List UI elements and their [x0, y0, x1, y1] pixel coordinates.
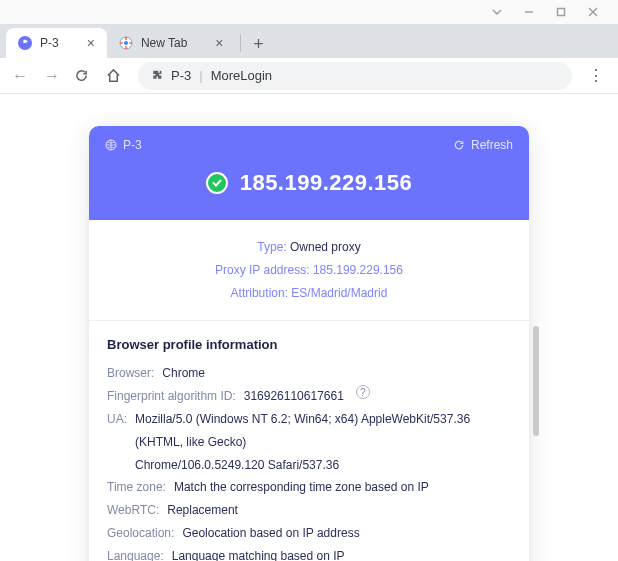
browser-value: Chrome [162, 362, 205, 385]
ua-value-2: Chrome/106.0.5249.120 Safari/537.36 [135, 454, 339, 477]
toolbar: ← → P-3 | MoreLogin ⋮ [0, 58, 618, 94]
profile-heading: Browser profile information [107, 337, 511, 352]
attribution-value: ES/Madrid/Madrid [291, 286, 387, 300]
window-caret-icon[interactable] [490, 5, 504, 19]
tab-favicon-icon [18, 36, 32, 50]
profile-info: Browser profile information Browser:Chro… [89, 320, 529, 561]
omnibox[interactable]: P-3 | MoreLogin [138, 62, 572, 90]
omnibox-page-label: MoreLogin [211, 68, 272, 83]
window-maximize-icon[interactable] [554, 5, 568, 19]
refresh-label: Refresh [471, 138, 513, 152]
type-label: Type: [257, 240, 286, 254]
geo-label: Geolocation: [107, 522, 174, 545]
tz-value: Match the corresponding time zone based … [174, 476, 429, 499]
tabstrip: P-3 × New Tab × + [0, 24, 618, 58]
reload-button[interactable] [74, 68, 94, 83]
page-content: P-3 Refresh 185.199.229.156 [0, 94, 618, 561]
fpid-value: 316926110617661 [244, 385, 344, 408]
window-close-icon[interactable] [586, 5, 600, 19]
proxy-ip-label: Proxy IP address: [215, 263, 310, 277]
lang-label: Language: [107, 545, 164, 561]
geo-value: Geolocation based on IP address [182, 522, 359, 545]
webrtc-label: WebRTC: [107, 499, 159, 522]
ip-address: 185.199.229.156 [240, 170, 413, 196]
refresh-button[interactable]: Refresh [453, 138, 513, 152]
fpid-label: Fingerprint algorithm ID: [107, 385, 236, 408]
new-tab-button[interactable]: + [245, 30, 273, 58]
home-button[interactable] [106, 68, 126, 83]
browser-menu-button[interactable]: ⋮ [584, 66, 608, 85]
omnibox-separator: | [199, 68, 202, 83]
extension-icon [150, 69, 163, 82]
proxy-card: P-3 Refresh 185.199.229.156 [89, 126, 529, 561]
tab-new[interactable]: New Tab × [107, 28, 236, 58]
type-value: Owned proxy [290, 240, 361, 254]
window-controls [0, 0, 618, 24]
tab-close-icon[interactable]: × [87, 35, 95, 51]
browser-label: Browser: [107, 362, 154, 385]
scrollbar-thumb[interactable] [533, 326, 539, 436]
profile-tag: P-3 [123, 138, 142, 152]
ua-value-1: Mozilla/5.0 (Windows NT 6.2; Win64; x64)… [135, 408, 511, 454]
window-minimize-icon[interactable] [522, 5, 536, 19]
ua-label: UA: [107, 408, 127, 454]
tab-title: New Tab [141, 36, 187, 50]
tab-title: P-3 [40, 36, 59, 50]
check-icon [206, 172, 228, 194]
proxy-ip-value: 185.199.229.156 [313, 263, 403, 277]
svg-rect-1 [558, 9, 565, 16]
omnibox-extension-label: P-3 [171, 68, 191, 83]
tab-p3[interactable]: P-3 × [6, 28, 107, 58]
tab-favicon-icon [119, 36, 133, 50]
help-icon[interactable]: ? [356, 385, 370, 399]
webrtc-value: Replacement [167, 499, 238, 522]
card-meta: Type: Owned proxy Proxy IP address: 185.… [89, 220, 529, 320]
attribution-label: Attribution: [231, 286, 288, 300]
profile-icon [105, 139, 117, 151]
forward-button[interactable]: → [42, 67, 62, 85]
svg-point-4 [124, 41, 128, 45]
refresh-icon [453, 139, 465, 151]
tab-close-icon[interactable]: × [215, 35, 223, 51]
tz-label: Time zone: [107, 476, 166, 499]
svg-point-2 [26, 40, 28, 42]
card-hero: P-3 Refresh 185.199.229.156 [89, 126, 529, 220]
back-button[interactable]: ← [10, 67, 30, 85]
tab-divider [240, 34, 241, 52]
lang-value: Language matching based on IP [172, 545, 345, 561]
